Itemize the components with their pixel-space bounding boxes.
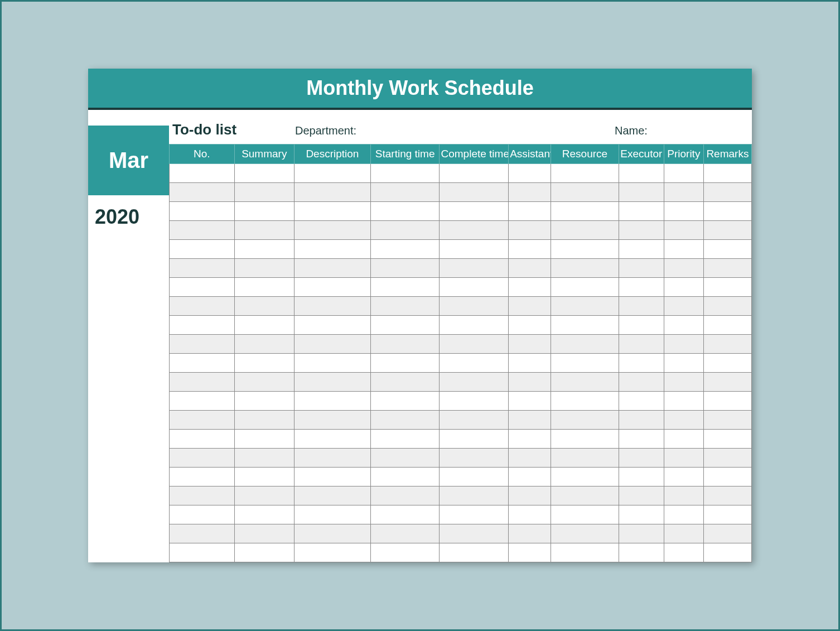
- table-cell[interactable]: [440, 316, 509, 335]
- table-cell[interactable]: [551, 468, 619, 487]
- table-cell[interactable]: [619, 354, 664, 373]
- table-cell[interactable]: [509, 240, 551, 259]
- table-cell[interactable]: [295, 487, 371, 505]
- table-cell[interactable]: [170, 297, 235, 316]
- table-cell[interactable]: [664, 524, 703, 543]
- table-cell[interactable]: [551, 164, 619, 183]
- table-cell[interactable]: [551, 430, 619, 449]
- table-row[interactable]: [170, 373, 752, 392]
- table-cell[interactable]: [440, 449, 509, 468]
- table-cell[interactable]: [664, 183, 703, 202]
- table-cell[interactable]: [703, 164, 751, 183]
- table-cell[interactable]: [509, 297, 551, 316]
- table-cell[interactable]: [170, 240, 235, 259]
- table-cell[interactable]: [703, 449, 751, 468]
- table-row[interactable]: [170, 202, 752, 221]
- table-cell[interactable]: [295, 430, 371, 449]
- table-cell[interactable]: [619, 202, 664, 221]
- table-row[interactable]: [170, 411, 752, 430]
- table-cell[interactable]: [440, 221, 509, 240]
- table-cell[interactable]: [619, 278, 664, 297]
- table-cell[interactable]: [370, 297, 440, 316]
- table-cell[interactable]: [619, 392, 664, 411]
- table-cell[interactable]: [370, 183, 440, 202]
- table-cell[interactable]: [295, 411, 371, 430]
- table-cell[interactable]: [170, 543, 235, 562]
- table-cell[interactable]: [619, 373, 664, 392]
- table-cell[interactable]: [295, 373, 371, 392]
- table-cell[interactable]: [619, 183, 664, 202]
- table-cell[interactable]: [440, 373, 509, 392]
- table-cell[interactable]: [703, 297, 751, 316]
- table-cell[interactable]: [370, 164, 440, 183]
- table-cell[interactable]: [370, 505, 440, 524]
- table-cell[interactable]: [295, 259, 371, 278]
- table-cell[interactable]: [170, 316, 235, 335]
- table-cell[interactable]: [234, 335, 294, 354]
- table-cell[interactable]: [619, 316, 664, 335]
- table-cell[interactable]: [619, 221, 664, 240]
- table-row[interactable]: [170, 543, 752, 562]
- table-cell[interactable]: [370, 430, 440, 449]
- table-cell[interactable]: [370, 543, 440, 562]
- table-cell[interactable]: [703, 202, 751, 221]
- table-cell[interactable]: [234, 278, 294, 297]
- table-cell[interactable]: [440, 524, 509, 543]
- table-cell[interactable]: [509, 316, 551, 335]
- table-cell[interactable]: [509, 430, 551, 449]
- table-cell[interactable]: [170, 505, 235, 524]
- table-cell[interactable]: [619, 505, 664, 524]
- table-cell[interactable]: [234, 430, 294, 449]
- table-cell[interactable]: [551, 354, 619, 373]
- table-cell[interactable]: [234, 524, 294, 543]
- table-cell[interactable]: [234, 392, 294, 411]
- table-cell[interactable]: [551, 183, 619, 202]
- table-cell[interactable]: [703, 392, 751, 411]
- table-cell[interactable]: [170, 354, 235, 373]
- table-cell[interactable]: [170, 487, 235, 505]
- table-cell[interactable]: [295, 316, 371, 335]
- table-cell[interactable]: [295, 202, 371, 221]
- table-cell[interactable]: [703, 259, 751, 278]
- table-cell[interactable]: [551, 202, 619, 221]
- table-cell[interactable]: [370, 202, 440, 221]
- table-row[interactable]: [170, 505, 752, 524]
- table-cell[interactable]: [370, 335, 440, 354]
- table-cell[interactable]: [551, 449, 619, 468]
- table-cell[interactable]: [440, 411, 509, 430]
- table-cell[interactable]: [440, 354, 509, 373]
- table-cell[interactable]: [703, 543, 751, 562]
- table-row[interactable]: [170, 278, 752, 297]
- table-cell[interactable]: [234, 505, 294, 524]
- table-cell[interactable]: [440, 240, 509, 259]
- table-cell[interactable]: [509, 487, 551, 505]
- table-cell[interactable]: [664, 543, 703, 562]
- table-cell[interactable]: [664, 468, 703, 487]
- table-cell[interactable]: [509, 449, 551, 468]
- table-cell[interactable]: [170, 430, 235, 449]
- table-row[interactable]: [170, 524, 752, 543]
- table-cell[interactable]: [703, 411, 751, 430]
- table-cell[interactable]: [619, 259, 664, 278]
- table-cell[interactable]: [619, 411, 664, 430]
- table-cell[interactable]: [551, 240, 619, 259]
- table-cell[interactable]: [509, 278, 551, 297]
- table-cell[interactable]: [370, 392, 440, 411]
- table-cell[interactable]: [295, 392, 371, 411]
- table-row[interactable]: [170, 335, 752, 354]
- table-cell[interactable]: [551, 524, 619, 543]
- table-cell[interactable]: [234, 183, 294, 202]
- table-cell[interactable]: [295, 354, 371, 373]
- table-cell[interactable]: [703, 221, 751, 240]
- table-cell[interactable]: [234, 202, 294, 221]
- table-cell[interactable]: [370, 468, 440, 487]
- table-cell[interactable]: [295, 278, 371, 297]
- table-cell[interactable]: [664, 278, 703, 297]
- table-cell[interactable]: [234, 449, 294, 468]
- table-cell[interactable]: [703, 316, 751, 335]
- table-row[interactable]: [170, 468, 752, 487]
- table-cell[interactable]: [551, 278, 619, 297]
- table-cell[interactable]: [509, 468, 551, 487]
- table-cell[interactable]: [551, 335, 619, 354]
- table-cell[interactable]: [170, 335, 235, 354]
